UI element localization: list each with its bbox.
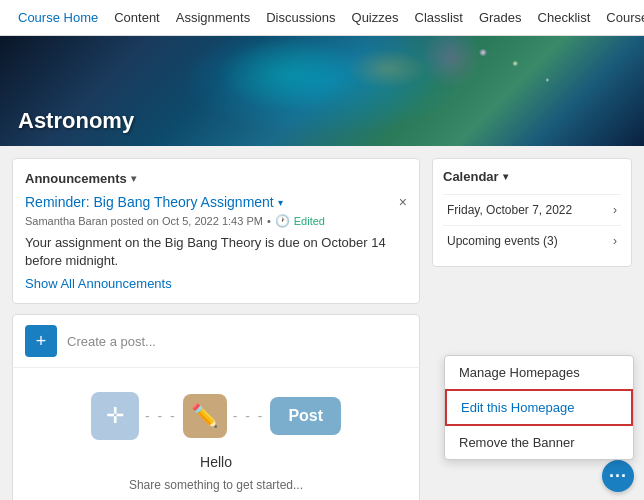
calendar-date-row[interactable]: Friday, October 7, 2022 › xyxy=(443,194,621,225)
show-all-announcements-link[interactable]: Show All Announcements xyxy=(25,276,407,291)
nav-quizzes[interactable]: Quizzes xyxy=(344,0,407,36)
post-button[interactable]: Post xyxy=(270,397,341,435)
announcement-meta: Samantha Baran posted on Oct 5, 2022 1:4… xyxy=(25,214,407,228)
top-nav: Course Home Content Assignments Discussi… xyxy=(0,0,644,36)
post-add-icon: ✛ xyxy=(91,392,139,440)
nav-grades[interactable]: Grades xyxy=(471,0,530,36)
dash-separator-2: - - - xyxy=(233,408,265,424)
course-banner: Astronomy xyxy=(0,36,644,146)
post-empty-state: ✛ - - - ✏️ - - - Post Hello Share someth… xyxy=(13,368,419,500)
fab-dots-icon: ··· xyxy=(609,466,627,487)
clock-icon: 🕐 xyxy=(275,214,290,228)
page-wrapper: Course Home Content Assignments Discussi… xyxy=(0,0,644,500)
calendar-events-row[interactable]: Upcoming events (3) › xyxy=(443,225,621,256)
edit-homepage-item[interactable]: Edit this Homepage xyxy=(445,389,633,426)
announcements-chevron-icon: ▾ xyxy=(131,173,136,184)
create-post-button[interactable]: + xyxy=(25,325,57,357)
nav-assignments[interactable]: Assignments xyxy=(168,0,258,36)
announcement-body: Your assignment on the Big Bang Theory i… xyxy=(25,234,407,270)
post-subtitle: Share something to get started... xyxy=(129,478,303,492)
post-placeholder[interactable]: Create a post... xyxy=(67,334,156,349)
nav-checklist[interactable]: Checklist xyxy=(530,0,599,36)
nav-course-tools[interactable]: Course Tools ▾ xyxy=(598,0,644,36)
post-hello: Hello xyxy=(200,454,232,470)
post-pencil-icon: ✏️ xyxy=(183,394,227,438)
announcement-title[interactable]: Reminder: Big Bang Theory Assignment ▾ xyxy=(25,194,283,210)
close-announcement-button[interactable]: × xyxy=(399,194,407,210)
post-input-row: + Create a post... xyxy=(13,315,419,368)
announcement-row: Reminder: Big Bang Theory Assignment ▾ × xyxy=(25,194,407,210)
events-row-arrow-icon: › xyxy=(613,234,617,248)
announcements-header: Announcements ▾ xyxy=(25,171,407,186)
course-title: Astronomy xyxy=(18,108,134,134)
announcements-card: Announcements ▾ Reminder: Big Bang Theor… xyxy=(12,158,420,304)
nav-course-home[interactable]: Course Home xyxy=(10,0,106,36)
calendar-header: Calendar ▾ xyxy=(443,169,621,184)
nav-classlist[interactable]: Classlist xyxy=(407,0,471,36)
calendar-chevron-icon: ▾ xyxy=(503,171,508,182)
dash-separator: - - - xyxy=(145,408,177,424)
manage-homepages-item[interactable]: Manage Homepages xyxy=(445,356,633,389)
announcement-chevron-icon: ▾ xyxy=(278,197,283,208)
post-icons-row: ✛ - - - ✏️ - - - Post xyxy=(91,392,341,440)
post-card: + Create a post... ✛ - - - ✏️ - - - Post… xyxy=(12,314,420,500)
calendar-card: Calendar ▾ Friday, October 7, 2022 › Upc… xyxy=(432,158,632,267)
left-column: Announcements ▾ Reminder: Big Bang Theor… xyxy=(12,158,420,500)
homepage-dropdown: Manage Homepages Edit this Homepage Remo… xyxy=(444,355,634,460)
fab-button[interactable]: ··· xyxy=(602,460,634,492)
nav-discussions[interactable]: Discussions xyxy=(258,0,343,36)
nav-content[interactable]: Content xyxy=(106,0,168,36)
remove-banner-item[interactable]: Remove the Banner xyxy=(445,426,633,459)
date-row-arrow-icon: › xyxy=(613,203,617,217)
